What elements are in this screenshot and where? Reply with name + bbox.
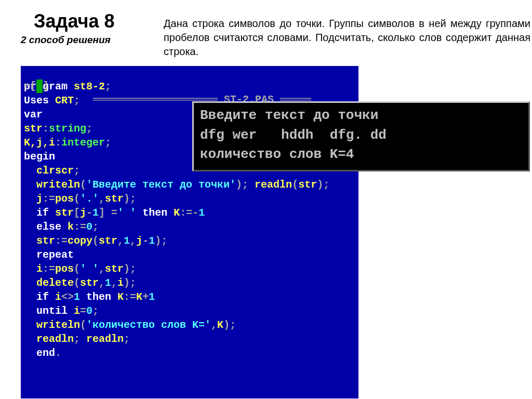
editor-titlebar: ═[█] ════════════════════ ST-2.PAS ═════ — [21, 66, 358, 79]
code-line-11: else k:=0; — [24, 220, 358, 234]
console-output-window: Введите текст до точки dfg wer hddh dfg.… — [192, 101, 530, 171]
code-line-13: repeat — [24, 248, 358, 262]
code-line-17: until i=0; — [24, 304, 358, 318]
code-line-14: i:=pos(' ',str); — [24, 262, 358, 276]
code-line-10: if str[j-1] =' ' then K:=-1 — [24, 206, 358, 220]
cursor-icon: █ — [36, 79, 43, 93]
output-line-2: dfg wer hddh dfg. dd — [200, 126, 522, 145]
code-line-8: writeln('Введите текст до точки'); readl… — [24, 178, 358, 192]
titlebar-left-marker: ═[█] — [24, 79, 49, 93]
task-description: Дана строка символов до точки. Группы си… — [164, 17, 530, 59]
code-line-9: j:=pos('.',str); — [24, 192, 358, 206]
code-line-20: end. — [24, 346, 358, 360]
code-line-12: str:=copy(str,1,j-1); — [24, 234, 358, 248]
code-line-16: if i<>1 then K:=K+1 — [24, 290, 358, 304]
code-line-19: readln; readln; — [24, 332, 358, 346]
code-line-15: delete(str,1,i); — [24, 276, 358, 290]
output-line-3: количество слов K=4 — [200, 145, 522, 165]
output-line-1: Введите текст до точки — [200, 106, 522, 126]
code-line-18: writeln('количество слов K=',K); — [24, 318, 358, 332]
